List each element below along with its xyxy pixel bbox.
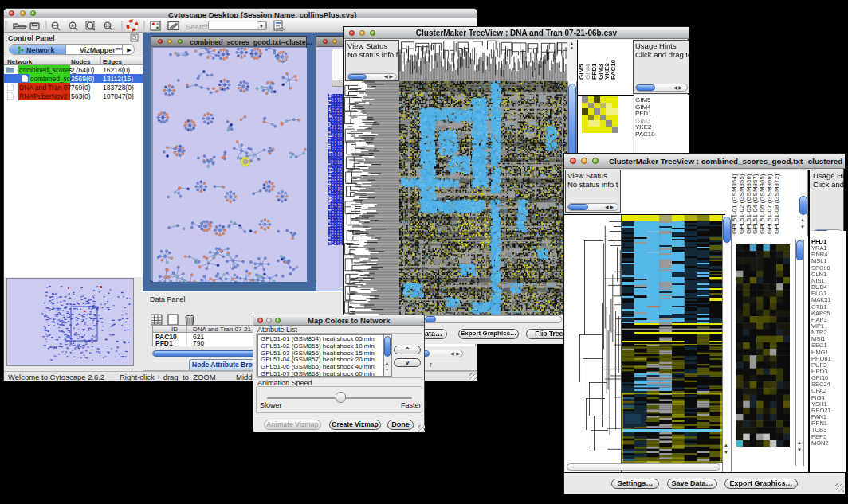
svg-text:1:1: 1:1 bbox=[105, 24, 111, 28]
